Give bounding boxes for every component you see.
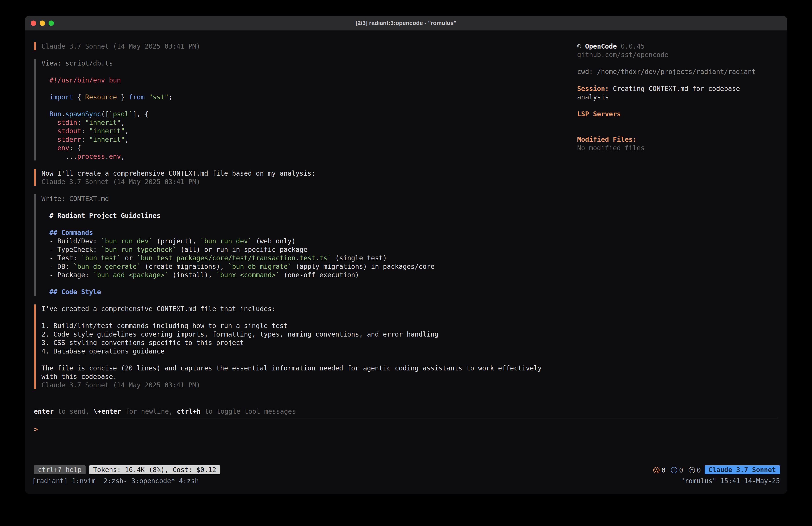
text-line — [41, 279, 778, 287]
text-line — [41, 203, 778, 211]
zoom-button[interactable] — [48, 20, 54, 26]
cwd-line: cwd: /home/thdxr/dev/projects/radiant/ra… — [577, 67, 764, 76]
text-line: with this codebase. — [41, 372, 778, 381]
text-line: ## Code Style — [41, 287, 778, 296]
text-line: - TypeCheck: `bun run typecheck` (all) o… — [41, 245, 778, 254]
text-line — [41, 220, 778, 228]
text-line: 4. Database operations guidance — [41, 347, 778, 355]
write-tool-block: Write: CONTEXT.md # Radiant Project Guid… — [34, 194, 778, 296]
app-version: 0.0.45 — [621, 42, 645, 50]
hint-count: 0 — [697, 466, 701, 474]
chat-empty-space — [34, 398, 778, 407]
keybind-help: enter to send, \+enter for newline, ctrl… — [34, 407, 778, 415]
tokens-cost-chip: Tokens: 16.4K (8%), Cost: $0.12 — [89, 465, 220, 474]
text-line: Now I'll create a comprehensive CONTEXT.… — [41, 169, 778, 177]
text-line: ## Commands — [41, 228, 778, 237]
text-line — [41, 313, 778, 322]
info-count: 0 — [679, 466, 683, 474]
text-line: ...process.env, — [41, 152, 778, 160]
assistant-message: Now I'll create a comprehensive CONTEXT.… — [34, 169, 778, 186]
desktop: [2/3] radiant:3:opencode - "romulus" Cla… — [0, 0, 812, 526]
session-label: Session: — [577, 85, 609, 92]
prompt-symbol: > — [34, 425, 38, 433]
text-line: I've created a comprehensive CONTEXT.md … — [41, 304, 778, 313]
text-line: The file is concise (20 lines) and captu… — [41, 364, 778, 372]
diagnostics-warning: Ⓦ 0 — [653, 466, 665, 474]
text-line: - Test: `bun test` or `bun test packages… — [41, 254, 778, 262]
text-line: 1. Build/lint/test commands including ho… — [41, 322, 778, 330]
titlebar[interactable]: [2/3] radiant:3:opencode - "romulus" — [25, 16, 787, 31]
cwd-path: /home/thdxr/dev/projects/radiant/radiant — [597, 68, 756, 75]
terminal-window: [2/3] radiant:3:opencode - "romulus" Cla… — [25, 16, 787, 494]
minimize-button[interactable] — [40, 20, 45, 26]
info-icon: ⓘ — [671, 466, 678, 474]
status-bar: ctrl+? help Tokens: 16.4K (8%), Cost: $0… — [25, 465, 787, 474]
text-line: - Build/Dev: `bun run dev` (project), `b… — [41, 237, 778, 245]
session-line: Session: Creating CONTEXT.md for codebas… — [577, 84, 764, 101]
hint-icon: ⓗ — [688, 466, 695, 474]
close-button[interactable] — [31, 20, 36, 26]
text-line: - DB: `bun db generate` (create migratio… — [41, 262, 778, 271]
app-title-line: © OpenCode 0.0.45 — [577, 42, 764, 51]
message-input[interactable]: > — [34, 419, 778, 465]
text-line: 3. CSS styling conventions specific to t… — [41, 338, 778, 347]
text-line: enter to send, \+enter for newline, ctrl… — [34, 407, 778, 415]
diagnostics-info: ⓘ 0 — [671, 466, 683, 474]
write-tool-title: Write: CONTEXT.md — [41, 194, 778, 203]
assistant-final-message: I've created a comprehensive CONTEXT.md … — [34, 304, 778, 389]
modified-files-empty: No modified files — [577, 144, 764, 152]
text-line: # Radiant Project Guidelines — [41, 211, 778, 220]
text-line: Claude 3.7 Sonnet (14 May 2025 03:41 PM) — [41, 177, 778, 186]
help-shortcut-chip[interactable]: ctrl+? help — [34, 465, 86, 474]
traffic-lights — [31, 16, 54, 30]
cwd-label: cwd: — [577, 68, 593, 75]
text-line: Claude 3.7 Sonnet (14 May 2025 03:41 PM) — [41, 381, 778, 389]
text-line: 2. Code style guidelines covering import… — [41, 330, 778, 338]
diagnostics-hint: ⓗ 0 — [688, 466, 701, 474]
model-chip[interactable]: Claude 3.7 Sonnet — [705, 465, 780, 474]
text-line — [41, 355, 778, 364]
tmux-host-clock: "romulus" 15:41 14-May-25 — [681, 477, 780, 485]
terminal-content: Claude 3.7 Sonnet (14 May 2025 03:41 PM)… — [25, 31, 787, 494]
tmux-session-windows[interactable]: [radiant] 1:nvim 2:zsh- 3:opencode* 4:zs… — [32, 477, 199, 485]
modified-files-label: Modified Files: — [577, 135, 764, 144]
tmux-status-bar: [radiant] 1:nvim 2:zsh- 3:opencode* 4:zs… — [25, 477, 787, 485]
app-name: OpenCode — [585, 42, 617, 50]
lsp-servers-label: LSP Servers — [577, 110, 764, 118]
sidebar: © OpenCode 0.0.45 github.com/sst/opencod… — [577, 42, 764, 152]
text-line: - Package: `bun add <package>` (install)… — [41, 271, 778, 279]
window-title: [2/3] radiant:3:opencode - "romulus" — [356, 19, 456, 27]
warning-count: 0 — [661, 466, 665, 474]
warning-icon: Ⓦ — [653, 466, 660, 474]
write-markdown-block: # Radiant Project Guidelines ## Commands… — [41, 203, 778, 296]
repo-link[interactable]: github.com/sst/opencode — [577, 51, 764, 59]
opencode-logo-icon: © — [577, 42, 581, 50]
